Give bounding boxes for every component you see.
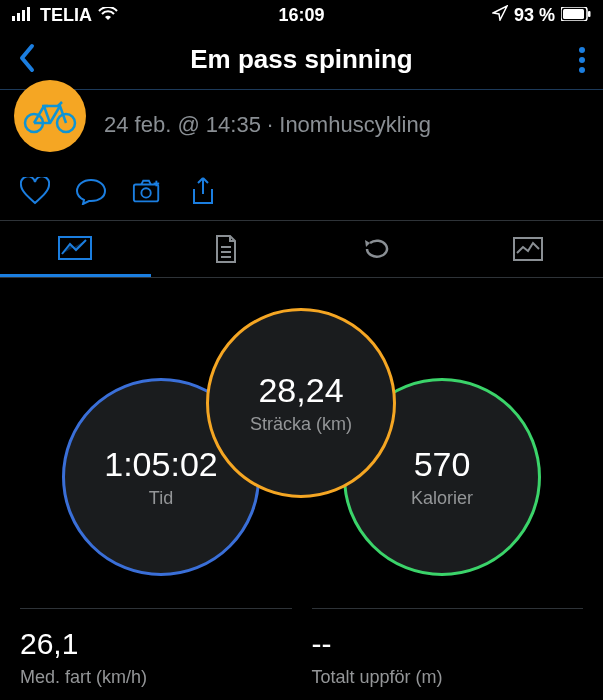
more-button[interactable] (579, 47, 585, 73)
stat-avg-speed: 26,1 Med. fart (km/h) (20, 608, 292, 688)
status-time: 16:09 (278, 5, 324, 26)
avatar[interactable] (14, 80, 86, 152)
activity-type: Inomhuscykling (279, 112, 431, 137)
separator: · (267, 112, 273, 137)
calories-label: Kalorier (411, 488, 473, 509)
svg-rect-1 (17, 13, 20, 21)
laps-icon (362, 237, 392, 261)
tab-details[interactable] (151, 221, 302, 277)
status-left: TELIA (12, 5, 118, 26)
tab-stats[interactable] (0, 221, 151, 277)
svg-rect-3 (27, 7, 30, 21)
back-button[interactable] (18, 43, 36, 77)
chart-icon (513, 237, 543, 261)
document-icon (214, 235, 238, 263)
tabs (0, 220, 603, 278)
svg-rect-2 (22, 10, 25, 21)
bike-icon (22, 98, 78, 134)
activity-meta-text: 24 feb. @ 14:35 · Inomhuscykling (104, 112, 431, 138)
svg-rect-9 (134, 184, 158, 201)
status-right: 93 % (492, 5, 591, 26)
like-button[interactable] (20, 176, 50, 206)
comment-icon (76, 177, 106, 205)
calories-value: 570 (414, 445, 471, 484)
activity-meta: 24 feb. @ 14:35 · Inomhuscykling (0, 90, 603, 170)
stats-icon (58, 236, 92, 260)
circle-distance: 28,24 Sträcka (km) (206, 308, 396, 498)
comment-button[interactable] (76, 176, 106, 206)
total-ascent-value: -- (312, 627, 584, 661)
svg-rect-0 (12, 16, 15, 21)
carrier-label: TELIA (40, 5, 92, 26)
time-label: Tid (149, 488, 173, 509)
location-icon (492, 5, 508, 26)
distance-label: Sträcka (km) (250, 414, 352, 435)
total-ascent-label: Totalt uppför (m) (312, 667, 584, 688)
svg-rect-5 (563, 9, 584, 19)
svg-point-10 (141, 188, 150, 197)
heart-icon (20, 177, 50, 205)
activity-date: 24 feb. @ 14:35 (104, 112, 261, 137)
time-value: 1:05:02 (104, 445, 217, 484)
tab-laps[interactable] (302, 221, 453, 277)
tab-charts[interactable] (452, 221, 603, 277)
camera-icon (132, 178, 162, 204)
bottom-stats: 26,1 Med. fart (km/h) -- Totalt uppför (… (0, 608, 603, 688)
wifi-icon (98, 5, 118, 26)
signal-icon (12, 5, 34, 26)
page-title: Em pass spinning (190, 44, 413, 75)
avg-speed-value: 26,1 (20, 627, 292, 661)
stat-total-ascent: -- Totalt uppför (m) (312, 608, 584, 688)
battery-percent: 93 % (514, 5, 555, 26)
status-bar: TELIA 16:09 93 % (0, 0, 603, 30)
share-icon (190, 176, 216, 206)
summary-circles: 1:05:02 Tid 570 Kalorier 28,24 Sträcka (… (0, 308, 603, 598)
svg-rect-6 (588, 11, 591, 17)
avg-speed-label: Med. fart (km/h) (20, 667, 292, 688)
nav-bar: Em pass spinning (0, 30, 603, 90)
photo-button[interactable] (132, 176, 162, 206)
distance-value: 28,24 (258, 371, 343, 410)
social-actions (0, 170, 603, 220)
battery-icon (561, 5, 591, 26)
share-button[interactable] (188, 176, 218, 206)
